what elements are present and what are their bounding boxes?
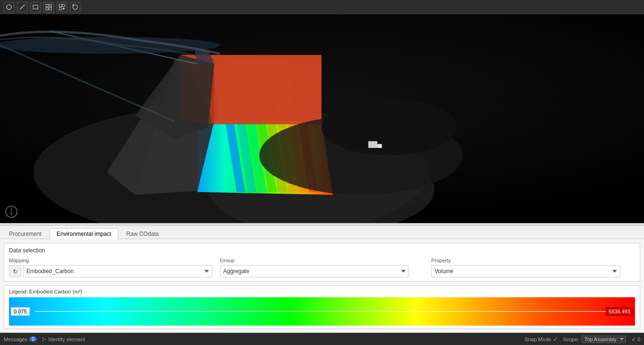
- svg-point-46: [0, 37, 220, 54]
- cursor-icon: ▷: [43, 336, 46, 342]
- legend-title: Legend: Embodied Carbon (m³): [9, 289, 635, 294]
- legend-section: Legend: Embodied Carbon (m³) 0.075 5836.…: [4, 285, 640, 329]
- scope-label: Scope:: [563, 336, 579, 342]
- circle-tool-btn[interactable]: [70, 2, 80, 12]
- svg-rect-8: [49, 4, 52, 7]
- legend-max-value: 5836.493: [606, 307, 633, 316]
- svg-rect-11: [59, 4, 61, 7]
- tab-raw-codata[interactable]: Raw COdata: [119, 228, 166, 239]
- scope-select[interactable]: Top Assembly Assembly Part: [581, 336, 626, 343]
- lower-panel: Data selection Mapping ↻ Embodied_Carbon…: [0, 239, 644, 333]
- identify-element-item[interactable]: ▷ Identify element: [43, 336, 85, 342]
- group-group: Group Aggregate: [220, 258, 424, 277]
- svg-line-5: [20, 5, 25, 9]
- property-select[interactable]: Volume: [431, 265, 620, 277]
- tab-bar: Procurement Environmental impact Raw COd…: [0, 226, 644, 239]
- messages-count: 0: [29, 336, 37, 342]
- mapping-group: Mapping ↻ Embodied_Carbon: [9, 258, 212, 277]
- svg-rect-10: [49, 8, 52, 10]
- legend-min-value: 0.075: [11, 307, 30, 316]
- svg-point-0: [7, 5, 11, 9]
- select-tool-btn[interactable]: [4, 2, 14, 12]
- identify-label: Identify element: [48, 336, 85, 342]
- arrow-icon: ↙: [632, 336, 636, 342]
- gradient-bar-container: 0.075 5836.493: [9, 297, 635, 326]
- add-tool-btn[interactable]: [57, 2, 67, 12]
- messages-label: Messages: [4, 336, 27, 342]
- property-group: Property Volume: [431, 258, 635, 277]
- svg-rect-13: [59, 8, 61, 10]
- svg-point-48: [322, 99, 457, 155]
- gradient-center-line: [9, 297, 635, 326]
- tab-procurement[interactable]: Procurement: [2, 228, 49, 239]
- svg-rect-50: [377, 144, 382, 148]
- data-selection-section: Data selection Mapping ↻ Embodied_Carbon…: [4, 243, 640, 282]
- mouse-coords: ↙ 0: [632, 336, 640, 342]
- property-label: Property: [431, 258, 635, 263]
- svg-rect-9: [46, 8, 48, 10]
- snap-mode-label: Snap Mode: [524, 336, 551, 342]
- tab-environmental-impact[interactable]: Environmental impact: [50, 228, 118, 239]
- mapping-select[interactable]: Embodied_Carbon: [23, 265, 212, 277]
- scope-item: Scope: Top Assembly Assembly Part: [563, 336, 626, 343]
- mapping-label: Mapping: [9, 258, 212, 263]
- mapping-refresh-btn[interactable]: ↻: [9, 265, 21, 277]
- x-coord: 0: [637, 336, 640, 342]
- group-label: Group: [220, 258, 424, 263]
- snap-mode-icon: ↙: [553, 336, 557, 342]
- svg-rect-49: [368, 141, 377, 148]
- status-right: Snap Mode ↙ Scope: Top Assembly Assembly…: [524, 336, 640, 343]
- svg-rect-12: [62, 4, 65, 7]
- snap-tool-btn[interactable]: [44, 2, 54, 12]
- svg-point-16: [73, 5, 78, 9]
- draw-line-tool-btn[interactable]: [17, 2, 27, 12]
- 3d-viewport[interactable]: N: [0, 14, 644, 223]
- toolbar: [0, 0, 644, 14]
- data-selection-title: Data selection: [9, 247, 635, 254]
- status-left: Messages 0 ▷ Identify element: [4, 336, 85, 342]
- draw-rect-tool-btn[interactable]: [30, 2, 41, 12]
- snap-mode-item: Snap Mode ↙: [524, 336, 557, 342]
- svg-rect-6: [33, 5, 38, 9]
- svg-rect-7: [46, 4, 48, 7]
- svg-text:N: N: [10, 207, 12, 209]
- messages-item[interactable]: Messages 0: [4, 336, 37, 342]
- compass-icon: N: [5, 205, 18, 218]
- status-bar: Messages 0 ▷ Identify element Snap Mode …: [0, 333, 644, 345]
- mapping-input-group: ↻ Embodied_Carbon: [9, 265, 212, 277]
- controls-row: Mapping ↻ Embodied_Carbon Group Aggregat…: [9, 258, 635, 277]
- group-select[interactable]: Aggregate: [220, 265, 409, 277]
